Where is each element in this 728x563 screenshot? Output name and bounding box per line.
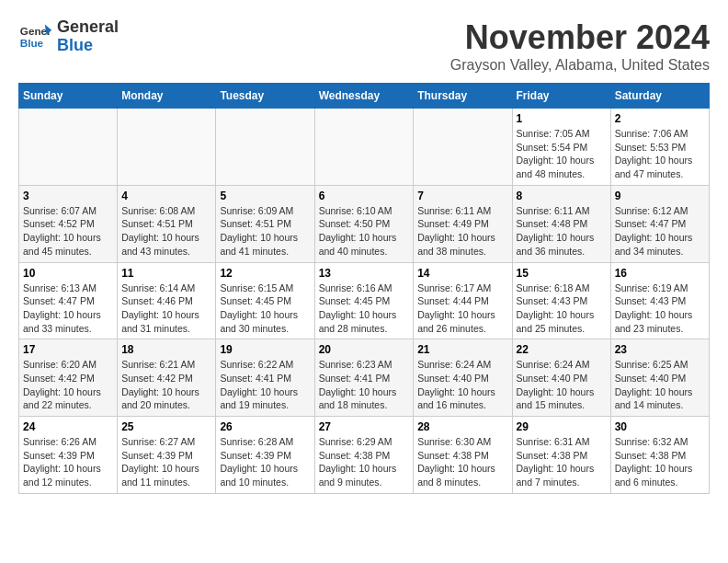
day-info: Sunrise: 6:14 AM Sunset: 4:46 PM Dayligh… — [121, 282, 211, 336]
month-year: November 2024 — [450, 18, 710, 57]
calendar-cell: 25Sunrise: 6:27 AM Sunset: 4:39 PM Dayli… — [118, 417, 216, 494]
day-number: 18 — [121, 343, 211, 356]
svg-text:Blue: Blue — [20, 37, 44, 49]
day-number: 11 — [121, 267, 211, 280]
calendar-cell: 16Sunrise: 6:19 AM Sunset: 4:43 PM Dayli… — [610, 262, 709, 339]
calendar-week-row: 10Sunrise: 6:13 AM Sunset: 4:47 PM Dayli… — [19, 262, 710, 339]
day-number: 25 — [121, 420, 211, 433]
page-header: General Blue General Blue November 2024 … — [18, 18, 710, 74]
day-info: Sunrise: 6:31 AM Sunset: 4:38 PM Dayligh… — [517, 435, 607, 489]
title-block: November 2024 Grayson Valley, Alabama, U… — [450, 18, 710, 74]
location: Grayson Valley, Alabama, United States — [450, 57, 710, 74]
day-number: 22 — [517, 343, 607, 356]
day-info: Sunrise: 6:29 AM Sunset: 4:38 PM Dayligh… — [319, 435, 410, 489]
calendar-cell — [19, 109, 118, 186]
calendar-cell: 8Sunrise: 6:11 AM Sunset: 4:48 PM Daylig… — [512, 185, 610, 262]
calendar-cell: 26Sunrise: 6:28 AM Sunset: 4:39 PM Dayli… — [216, 417, 314, 494]
calendar-cell: 5Sunrise: 6:09 AM Sunset: 4:51 PM Daylig… — [216, 185, 314, 262]
calendar-cell: 4Sunrise: 6:08 AM Sunset: 4:51 PM Daylig… — [118, 185, 216, 262]
day-number: 20 — [319, 343, 410, 356]
calendar-cell: 29Sunrise: 6:31 AM Sunset: 4:38 PM Dayli… — [512, 417, 610, 494]
logo-icon: General Blue — [18, 20, 51, 53]
day-number: 1 — [517, 112, 607, 125]
calendar-cell: 11Sunrise: 6:14 AM Sunset: 4:46 PM Dayli… — [118, 262, 216, 339]
day-info: Sunrise: 6:13 AM Sunset: 4:47 PM Dayligh… — [23, 282, 113, 336]
calendar-cell: 20Sunrise: 6:23 AM Sunset: 4:41 PM Dayli… — [314, 339, 414, 417]
calendar-cell: 1Sunrise: 7:05 AM Sunset: 5:54 PM Daylig… — [512, 109, 610, 186]
day-info: Sunrise: 6:11 AM Sunset: 4:48 PM Dayligh… — [517, 204, 607, 259]
calendar-cell: 3Sunrise: 6:07 AM Sunset: 4:52 PM Daylig… — [19, 185, 118, 262]
day-info: Sunrise: 6:21 AM Sunset: 4:42 PM Dayligh… — [121, 358, 211, 412]
calendar-cell: 13Sunrise: 6:16 AM Sunset: 4:45 PM Dayli… — [314, 262, 414, 339]
calendar-week-row: 3Sunrise: 6:07 AM Sunset: 4:52 PM Daylig… — [19, 185, 710, 262]
day-number: 4 — [121, 190, 211, 202]
calendar-cell: 22Sunrise: 6:24 AM Sunset: 4:40 PM Dayli… — [512, 339, 610, 417]
day-info: Sunrise: 6:20 AM Sunset: 4:42 PM Dayligh… — [23, 358, 113, 412]
day-info: Sunrise: 6:09 AM Sunset: 4:51 PM Dayligh… — [220, 204, 310, 259]
day-info: Sunrise: 6:10 AM Sunset: 4:50 PM Dayligh… — [319, 204, 410, 259]
day-number: 6 — [319, 190, 410, 202]
day-info: Sunrise: 6:17 AM Sunset: 4:44 PM Dayligh… — [417, 282, 507, 336]
day-number: 29 — [517, 420, 607, 433]
calendar-cell: 15Sunrise: 6:18 AM Sunset: 4:43 PM Dayli… — [512, 262, 610, 339]
day-info: Sunrise: 6:28 AM Sunset: 4:39 PM Dayligh… — [220, 435, 310, 489]
calendar-cell: 27Sunrise: 6:29 AM Sunset: 4:38 PM Dayli… — [314, 417, 414, 494]
day-number: 17 — [23, 343, 113, 356]
day-number: 8 — [517, 190, 607, 202]
calendar-header-saturday: Saturday — [610, 84, 709, 109]
day-info: Sunrise: 6:23 AM Sunset: 4:41 PM Dayligh… — [319, 358, 410, 412]
calendar-header-friday: Friday — [512, 84, 610, 109]
day-number: 14 — [417, 267, 507, 280]
day-info: Sunrise: 6:32 AM Sunset: 4:38 PM Dayligh… — [615, 435, 705, 489]
calendar-header-tuesday: Tuesday — [216, 84, 314, 109]
calendar-cell: 23Sunrise: 6:25 AM Sunset: 4:40 PM Dayli… — [610, 339, 709, 417]
calendar-header-row: SundayMondayTuesdayWednesdayThursdayFrid… — [19, 84, 710, 109]
day-info: Sunrise: 6:24 AM Sunset: 4:40 PM Dayligh… — [517, 358, 607, 412]
day-number: 12 — [220, 267, 310, 280]
day-number: 9 — [615, 190, 705, 202]
calendar-week-row: 1Sunrise: 7:05 AM Sunset: 5:54 PM Daylig… — [19, 109, 710, 186]
day-number: 5 — [220, 190, 310, 202]
calendar-cell: 21Sunrise: 6:24 AM Sunset: 4:40 PM Dayli… — [414, 339, 512, 417]
day-info: Sunrise: 6:27 AM Sunset: 4:39 PM Dayligh… — [121, 435, 211, 489]
calendar-cell: 17Sunrise: 6:20 AM Sunset: 4:42 PM Dayli… — [19, 339, 118, 417]
day-number: 27 — [319, 420, 410, 433]
calendar-week-row: 24Sunrise: 6:26 AM Sunset: 4:39 PM Dayli… — [19, 417, 710, 494]
day-info: Sunrise: 7:06 AM Sunset: 5:53 PM Dayligh… — [615, 127, 705, 181]
calendar-cell — [414, 109, 512, 186]
day-info: Sunrise: 6:16 AM Sunset: 4:45 PM Dayligh… — [319, 282, 410, 336]
day-info: Sunrise: 6:15 AM Sunset: 4:45 PM Dayligh… — [220, 282, 310, 336]
calendar-cell: 7Sunrise: 6:11 AM Sunset: 4:49 PM Daylig… — [414, 185, 512, 262]
calendar-week-row: 17Sunrise: 6:20 AM Sunset: 4:42 PM Dayli… — [19, 339, 710, 417]
calendar-cell: 19Sunrise: 6:22 AM Sunset: 4:41 PM Dayli… — [216, 339, 314, 417]
day-number: 28 — [417, 420, 507, 433]
calendar-cell: 9Sunrise: 6:12 AM Sunset: 4:47 PM Daylig… — [610, 185, 709, 262]
calendar-cell: 28Sunrise: 6:30 AM Sunset: 4:38 PM Dayli… — [414, 417, 512, 494]
day-number: 26 — [220, 420, 310, 433]
day-number: 19 — [220, 343, 310, 356]
day-number: 21 — [417, 343, 507, 356]
calendar-cell: 6Sunrise: 6:10 AM Sunset: 4:50 PM Daylig… — [314, 185, 414, 262]
day-number: 15 — [517, 267, 607, 280]
day-number: 23 — [615, 343, 705, 356]
day-number: 13 — [319, 267, 410, 280]
calendar-cell: 2Sunrise: 7:06 AM Sunset: 5:53 PM Daylig… — [610, 109, 709, 186]
day-info: Sunrise: 6:08 AM Sunset: 4:51 PM Dayligh… — [121, 204, 211, 259]
calendar-cell: 30Sunrise: 6:32 AM Sunset: 4:38 PM Dayli… — [610, 417, 709, 494]
day-info: Sunrise: 6:07 AM Sunset: 4:52 PM Dayligh… — [23, 204, 113, 259]
calendar-cell: 14Sunrise: 6:17 AM Sunset: 4:44 PM Dayli… — [414, 262, 512, 339]
calendar-header-sunday: Sunday — [19, 84, 118, 109]
day-number: 2 — [615, 112, 705, 125]
calendar-cell — [118, 109, 216, 186]
day-info: Sunrise: 6:12 AM Sunset: 4:47 PM Dayligh… — [615, 204, 705, 259]
calendar-cell: 24Sunrise: 6:26 AM Sunset: 4:39 PM Dayli… — [19, 417, 118, 494]
calendar-cell — [314, 109, 414, 186]
day-number: 7 — [417, 190, 507, 202]
calendar-cell: 10Sunrise: 6:13 AM Sunset: 4:47 PM Dayli… — [19, 262, 118, 339]
day-info: Sunrise: 6:25 AM Sunset: 4:40 PM Dayligh… — [615, 358, 705, 412]
calendar-cell: 12Sunrise: 6:15 AM Sunset: 4:45 PM Dayli… — [216, 262, 314, 339]
day-number: 30 — [615, 420, 705, 433]
logo-text: General Blue — [57, 18, 119, 55]
day-info: Sunrise: 6:19 AM Sunset: 4:43 PM Dayligh… — [615, 282, 705, 336]
calendar-cell: 18Sunrise: 6:21 AM Sunset: 4:42 PM Dayli… — [118, 339, 216, 417]
